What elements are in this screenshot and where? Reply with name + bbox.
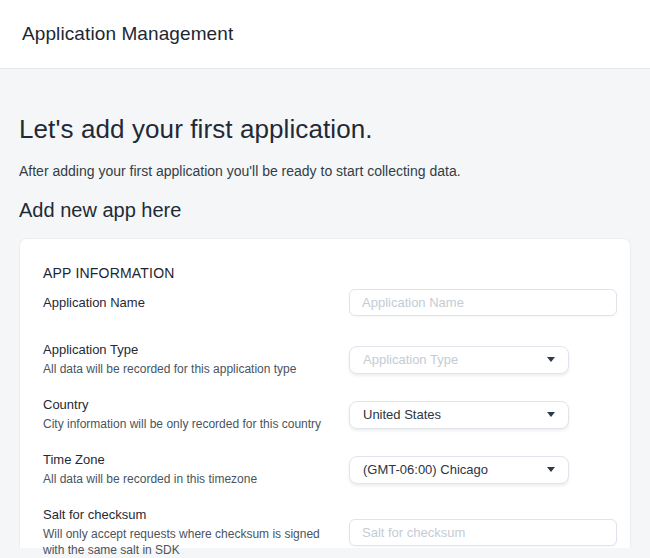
field-label-group: Salt for checksum Will only accept reque… xyxy=(43,507,349,558)
country-select[interactable]: United States xyxy=(349,401,569,429)
field-control: Application Type xyxy=(349,346,617,374)
page-title: Application Management xyxy=(22,23,233,45)
application-type-select[interactable]: Application Type xyxy=(349,346,569,374)
field-label-group: Application Name xyxy=(43,295,349,311)
intro-subheading: After adding your first application you'… xyxy=(19,163,631,179)
field-control xyxy=(349,289,617,316)
field-control: United States xyxy=(349,401,617,429)
field-helper: All data will be recorded for this appli… xyxy=(43,361,325,377)
time-zone-select[interactable]: (GMT-06:00) Chicago xyxy=(349,456,569,484)
field-label-group: Time Zone All data will be recorded in t… xyxy=(43,452,349,487)
field-label: Application Name xyxy=(43,295,331,311)
form-rows: Application Name Application Type All da… xyxy=(43,289,617,558)
field-helper: Will only accept requests where checksum… xyxy=(43,526,325,558)
field-control: (GMT-06:00) Chicago xyxy=(349,456,617,484)
field-helper: All data will be recorded in this timezo… xyxy=(43,471,325,487)
select-value: United States xyxy=(363,407,441,422)
field-label: Salt for checksum xyxy=(43,507,331,523)
field-control xyxy=(349,519,617,546)
field-helper: City information will be only recorded f… xyxy=(43,416,325,432)
country-row: Country City information will be only re… xyxy=(43,397,617,432)
time-zone-row: Time Zone All data will be recorded in t… xyxy=(43,452,617,487)
select-value: Application Type xyxy=(363,352,458,367)
field-label-group: Application Type All data will be record… xyxy=(43,342,349,377)
intro-heading: Let's add your first application. xyxy=(19,69,631,145)
field-label-group: Country City information will be only re… xyxy=(43,397,349,432)
page-header: Application Management xyxy=(0,0,650,69)
select-value: (GMT-06:00) Chicago xyxy=(363,462,488,477)
form-section-label: APP INFORMATION xyxy=(43,265,617,281)
application-name-input[interactable] xyxy=(349,289,617,316)
chevron-down-icon xyxy=(547,467,555,472)
chevron-down-icon xyxy=(547,412,555,417)
application-name-row: Application Name xyxy=(43,289,617,316)
content-area: Let's add your first application. After … xyxy=(0,69,650,558)
application-type-row: Application Type All data will be record… xyxy=(43,342,617,377)
chevron-down-icon xyxy=(547,357,555,362)
field-label: Country xyxy=(43,397,331,413)
field-label: Time Zone xyxy=(43,452,331,468)
add-app-section-title: Add new app here xyxy=(19,199,631,222)
field-label: Application Type xyxy=(43,342,331,358)
salt-for-checksum-row: Salt for checksum Will only accept reque… xyxy=(43,507,617,558)
app-form-card: APP INFORMATION Application Name Applica… xyxy=(19,238,631,548)
salt-for-checksum-input[interactable] xyxy=(349,519,617,546)
